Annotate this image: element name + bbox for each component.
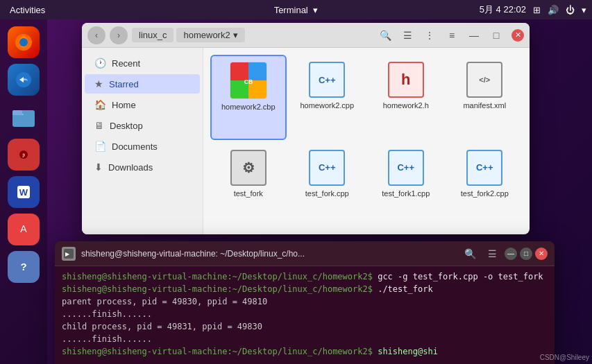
fm-forward-button[interactable]: › <box>110 26 128 44</box>
file-name-homework2-cbp: homework2.cbp <box>221 102 276 112</box>
fm-sidebar-downloads[interactable]: ⬇ Downloads <box>85 157 200 177</box>
datetime-label: 5月 4 22:02 <box>480 3 526 16</box>
term-prompt-1: shisheng@shisheng-virtual-machine:~/Desk… <box>62 272 373 281</box>
fm-close-button[interactable]: ✕ <box>511 29 524 42</box>
term-prompt-2: shisheng@shisheng-virtual-machine:~/Desk… <box>62 284 373 294</box>
fm-back-button[interactable]: ‹ <box>87 26 105 44</box>
file-name-test-fork2-cpp: test_fork2.cpp <box>461 189 509 198</box>
term-close-button[interactable]: ✕ <box>535 248 548 260</box>
gear-icon: ⚙ <box>230 150 267 186</box>
topbar-arrow2-icon: ▾ <box>582 5 586 15</box>
term-output-4: ......finish...... <box>62 333 548 345</box>
svg-text:▶: ▶ <box>65 251 70 257</box>
topbar-center: Terminal ▾ <box>274 5 319 15</box>
fm-sidebar: 🕐 Recent ★ Starred 🏠 Home 🖥 Desktop 📄 <box>82 48 203 234</box>
fm-sidebar-documents[interactable]: 📄 Documents <box>85 137 200 156</box>
term-content[interactable]: shisheng@shisheng-virtual-machine:~/Desk… <box>55 266 555 364</box>
svg-text:W: W <box>19 187 28 198</box>
fm-menu-button[interactable]: ≡ <box>442 26 462 45</box>
fm-body: 🕐 Recent ★ Starred 🏠 Home 🖥 Desktop 📄 <box>82 48 530 234</box>
file-name-homework2-cpp: homework2.cpp <box>300 101 354 110</box>
term-minimize-button[interactable]: — <box>505 248 517 260</box>
term-search-button[interactable]: 🔍 <box>460 244 480 263</box>
svg-text:A: A <box>20 223 27 234</box>
watermark: CSDN@Shileey <box>540 354 589 361</box>
fm-crumb-homework2[interactable]: homework2 ▾ <box>176 28 244 42</box>
file-test-fork2-cpp[interactable]: C++ test_fork2.cpp <box>447 143 523 228</box>
dock-rhythmbox[interactable]: ♪ <box>8 139 40 171</box>
fm-titlebar: ‹ › linux_c homework2 ▾ 🔍 ☰ ⋮ ≡ — □ ✕ <box>82 23 530 48</box>
dock-software-center[interactable]: A <box>8 214 40 245</box>
term-output-3: child process, pid = 49831, ppid = 49830 <box>62 320 548 333</box>
dock: ♪ W A ? <box>0 19 47 364</box>
file-name-test-fork1-cpp: test_fork1.cpp <box>382 189 430 198</box>
h-icon: h <box>388 62 424 98</box>
dock-firefox[interactable] <box>8 26 40 58</box>
fm-list-toggle-button[interactable]: ⋮ <box>420 26 439 45</box>
term-title-text: shisheng@shisheng-virtual-machine: ~/Des… <box>81 249 455 259</box>
desktop-icon: 🖥 <box>94 120 104 131</box>
term-line-last: shisheng@shisheng-virtual-machine:~/Desk… <box>62 345 548 358</box>
file-homework2-h[interactable]: h homework2.h <box>368 55 444 140</box>
fm-minimize-button[interactable]: — <box>464 26 484 45</box>
term-icon: ▶ <box>62 247 76 261</box>
term-output-2: ......finish...... <box>62 308 548 320</box>
cpp-icon-3: C++ <box>388 150 424 186</box>
term-maximize-button[interactable]: □ <box>520 248 532 260</box>
home-icon: 🏠 <box>94 99 106 110</box>
svg-text:♪: ♪ <box>22 151 26 159</box>
topbar: Activities Terminal ▾ 5月 4 22:02 ⊞ 🔊 ⏻ ▾ <box>0 0 592 19</box>
fm-sidebar-recent[interactable]: 🕐 Recent <box>85 53 200 73</box>
cpp-icon-4: C++ <box>466 150 502 186</box>
term-line-2: shisheng@shisheng-virtual-machine:~/Desk… <box>62 283 548 295</box>
term-line-1: shisheng@shisheng-virtual-machine:~/Desk… <box>62 270 548 283</box>
file-test-fork[interactable]: ⚙ test_fork <box>210 143 287 228</box>
cpp-icon-1: C++ <box>309 62 345 98</box>
file-manifest-xml[interactable]: </> manifest.xml <box>447 55 523 140</box>
dock-files[interactable] <box>8 101 40 133</box>
desktop: ♪ W A ? ‹ › <box>0 19 592 364</box>
activities-button[interactable]: Activities <box>6 3 49 17</box>
svg-point-1 <box>19 38 28 46</box>
file-name-manifest-xml: manifest.xml <box>463 101 506 110</box>
term-titlebar: ▶ shisheng@shisheng-virtual-machine: ~/D… <box>55 241 555 266</box>
fm-sidebar-starred[interactable]: ★ Starred <box>85 74 200 94</box>
cbp-icon: CB <box>230 62 267 99</box>
fm-sidebar-desktop[interactable]: 🖥 Desktop <box>85 116 200 135</box>
term-prompt-last: shisheng@shisheng-virtual-machine:~/Desk… <box>62 347 373 356</box>
fm-toolbar-right: 🔍 ☰ ⋮ ≡ — □ ✕ <box>375 26 524 45</box>
terminal-window: ▶ shisheng@shisheng-virtual-machine: ~/D… <box>55 241 555 364</box>
file-homework2-cbp[interactable]: CB homework2.cbp <box>210 55 287 140</box>
svg-text:?: ? <box>20 261 26 272</box>
volume-icon: 🔊 <box>548 5 559 15</box>
fm-list-view-button[interactable]: ☰ <box>398 26 417 45</box>
file-name-homework2-h: homework2.h <box>383 101 429 110</box>
topbar-left: Activities <box>6 3 49 17</box>
topbar-app-indicator: Terminal <box>274 5 308 15</box>
file-homework2-cpp[interactable]: C++ homework2.cpp <box>289 55 366 140</box>
fm-crumb-linux-c[interactable]: linux_c <box>132 28 174 42</box>
network-icon: ⊞ <box>533 5 541 15</box>
fm-sidebar-home[interactable]: 🏠 Home <box>85 95 200 114</box>
star-icon: ★ <box>94 78 103 89</box>
fm-file-grid: CB homework2.cbp C++ homework2.cpp h hom… <box>203 48 530 234</box>
svg-text:CB: CB <box>244 78 253 85</box>
xml-icon: </> <box>466 62 502 98</box>
fm-crumb-arrow-icon: ▾ <box>233 30 238 40</box>
file-name-test-fork: test_fork <box>234 189 263 198</box>
term-cursor: shisheng@shi <box>378 347 438 356</box>
recent-icon: 🕐 <box>94 58 106 69</box>
file-test-fork1-cpp[interactable]: C++ test_fork1.cpp <box>368 143 444 228</box>
file-name-test-fork-cpp: test_fork.cpp <box>305 189 349 198</box>
fm-maximize-button[interactable]: □ <box>487 26 506 45</box>
file-test-fork-cpp[interactable]: C++ test_fork.cpp <box>289 143 366 228</box>
term-toolbar-right: 🔍 ☰ — □ ✕ <box>460 244 548 263</box>
documents-icon: 📄 <box>94 141 106 152</box>
term-cmd-2: ./test_fork <box>378 284 432 294</box>
dock-help[interactable]: ? <box>8 251 40 283</box>
term-cmd-1: gcc -g test_fork.cpp -o test_fork <box>378 272 543 281</box>
dock-thunderbird[interactable] <box>8 64 40 96</box>
term-menu-button[interactable]: ☰ <box>482 244 502 263</box>
fm-search-button[interactable]: 🔍 <box>375 26 395 45</box>
dock-libreoffice[interactable]: W <box>8 176 40 208</box>
